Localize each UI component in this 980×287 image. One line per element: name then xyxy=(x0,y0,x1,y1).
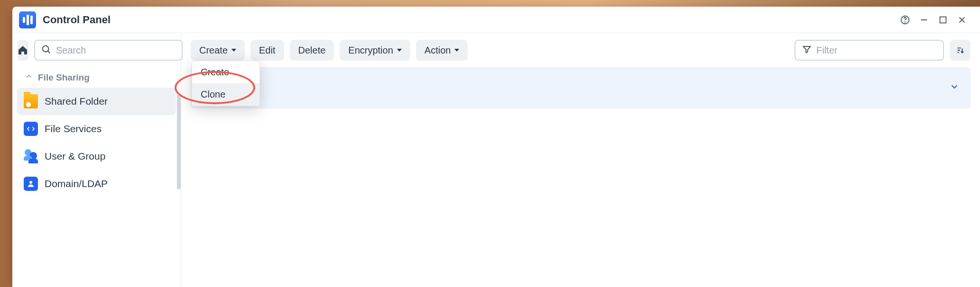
help-button[interactable] xyxy=(896,10,915,29)
caret-down-icon xyxy=(454,49,459,52)
delete-button[interactable]: Delete xyxy=(290,40,334,61)
sidebar-scrollbar[interactable] xyxy=(177,95,181,189)
user-group-icon xyxy=(24,149,38,163)
search-input[interactable] xyxy=(56,45,176,56)
filter-icon xyxy=(802,45,812,56)
sidebar-search[interactable] xyxy=(34,40,183,61)
svg-point-1 xyxy=(905,22,906,22)
minimize-button[interactable] xyxy=(915,10,934,29)
app-icon xyxy=(19,11,36,28)
content-area: File Sharing Shared Folder File Services… xyxy=(12,33,980,287)
sidebar-item-domain-ldap[interactable]: Domain/LDAP xyxy=(17,170,176,197)
dropdown-item-label: Clone xyxy=(201,89,225,99)
file-services-icon xyxy=(24,122,38,136)
svg-point-6 xyxy=(43,45,49,52)
sort-button[interactable] xyxy=(950,40,971,61)
section-file-sharing[interactable]: File Sharing xyxy=(17,67,176,88)
toolbar: Create Edit Delete Encryption Action xyxy=(191,40,971,61)
button-label: Create xyxy=(199,45,228,56)
dropdown-item-label: Create xyxy=(201,67,229,77)
folder-shared-icon xyxy=(24,94,38,108)
svg-line-7 xyxy=(48,51,50,53)
search-icon xyxy=(41,44,51,57)
button-label: Action xyxy=(425,45,451,56)
sidebar-item-label: File Services xyxy=(45,123,102,135)
sidebar-item-user-group[interactable]: User & Group xyxy=(17,143,176,170)
home-button[interactable] xyxy=(17,40,28,61)
chevron-up-icon xyxy=(25,72,33,83)
domain-ldap-icon xyxy=(24,177,38,191)
action-button[interactable]: Action xyxy=(416,40,468,61)
sidebar-item-file-services[interactable]: File Services xyxy=(17,115,176,143)
shared-folder-list: agement e 1 xyxy=(191,67,971,108)
list-row[interactable]: agement e 1 xyxy=(191,68,970,108)
button-label: Delete xyxy=(298,45,326,56)
encryption-button[interactable]: Encryption xyxy=(340,40,410,61)
create-button[interactable]: Create xyxy=(191,40,245,61)
main-panel: Create Edit Delete Encryption Action xyxy=(181,33,980,287)
maximize-button[interactable] xyxy=(934,10,952,29)
section-label: File Sharing xyxy=(38,72,90,83)
sidebar-item-label: Domain/LDAP xyxy=(45,178,108,189)
edit-button[interactable]: Edit xyxy=(250,40,284,61)
window-title: Control Panel xyxy=(43,14,111,26)
filter-input[interactable] xyxy=(816,45,936,56)
button-label: Edit xyxy=(259,45,275,56)
sidebar-item-shared-folder[interactable]: Shared Folder xyxy=(17,88,176,115)
expand-row-button[interactable] xyxy=(949,81,960,94)
dropdown-item-create[interactable]: Create xyxy=(192,61,259,83)
close-button[interactable] xyxy=(952,10,971,29)
caret-down-icon xyxy=(231,49,236,52)
svg-marker-9 xyxy=(804,46,811,53)
create-dropdown: Create Clone xyxy=(192,61,260,106)
sidebar-item-label: User & Group xyxy=(45,151,105,162)
svg-rect-3 xyxy=(940,17,946,23)
filter-box[interactable] xyxy=(795,40,944,61)
dropdown-item-clone[interactable]: Clone xyxy=(192,83,259,106)
sidebar: File Sharing Shared Folder File Services… xyxy=(12,33,181,287)
titlebar: Control Panel xyxy=(12,7,980,33)
control-panel-window: Control Panel xyxy=(12,7,980,287)
sidebar-item-label: Shared Folder xyxy=(45,96,108,107)
button-label: Encryption xyxy=(348,45,393,56)
svg-point-8 xyxy=(29,181,32,184)
caret-down-icon xyxy=(397,49,402,52)
